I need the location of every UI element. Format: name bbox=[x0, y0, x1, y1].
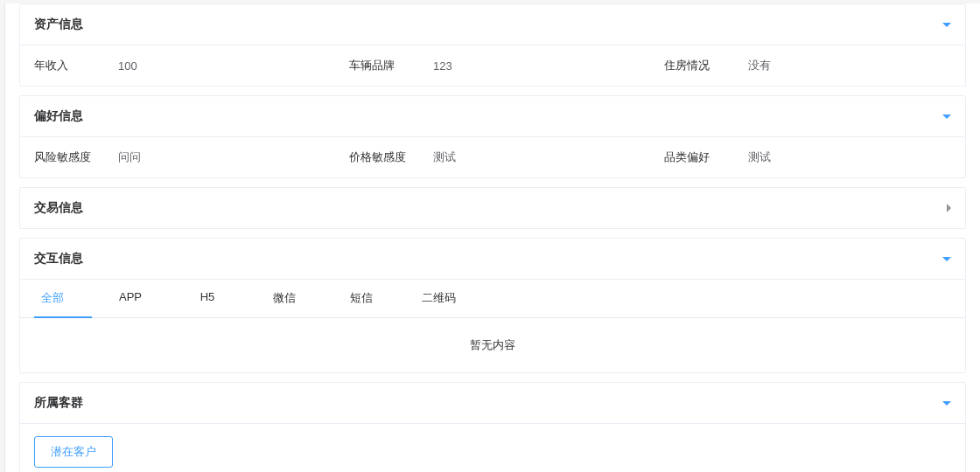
chevron-down-icon bbox=[942, 257, 951, 261]
annual-income-cell: 年收入 100 bbox=[20, 45, 335, 86]
risk-value: 问问 bbox=[118, 149, 141, 165]
interaction-empty-text: 暂无内容 bbox=[20, 318, 965, 372]
page-container: 资产信息 年收入 100 车辆品牌 123 住房情况 没有 偏好信息 bbox=[4, 3, 980, 472]
transaction-info-card: 交易信息 bbox=[19, 187, 966, 229]
preference-info-title: 偏好信息 bbox=[34, 108, 83, 124]
price-value: 测试 bbox=[433, 149, 456, 165]
segment-card: 所属客群 潜在客户 bbox=[19, 382, 966, 472]
vehicle-brand-value: 123 bbox=[433, 59, 452, 73]
vehicle-brand-label: 车辆品牌 bbox=[349, 58, 433, 73]
housing-value: 没有 bbox=[748, 58, 771, 73]
segment-tag-potential[interactable]: 潜在客户 bbox=[34, 436, 113, 468]
price-cell: 价格敏感度 测试 bbox=[335, 137, 650, 177]
chevron-right-icon bbox=[947, 204, 951, 212]
preference-info-card: 偏好信息 风险敏感度 问问 价格敏感度 测试 品类偏好 测试 bbox=[19, 95, 966, 178]
chevron-down-icon bbox=[942, 401, 951, 406]
risk-cell: 风险敏感度 问问 bbox=[20, 137, 335, 177]
tab-app[interactable]: APP bbox=[92, 280, 169, 318]
risk-label: 风险敏感度 bbox=[34, 149, 118, 165]
interaction-info-header[interactable]: 交互信息 bbox=[20, 239, 965, 280]
chevron-down-icon bbox=[942, 23, 951, 27]
tab-qr[interactable]: 二维码 bbox=[400, 280, 477, 318]
interaction-tabs: 全部 APP H5 微信 短信 二维码 bbox=[20, 280, 965, 318]
housing-label: 住房情况 bbox=[664, 58, 748, 73]
tab-h5[interactable]: H5 bbox=[169, 280, 246, 318]
tab-all[interactable]: 全部 bbox=[34, 280, 92, 318]
annual-income-label: 年收入 bbox=[34, 58, 118, 73]
preference-info-header[interactable]: 偏好信息 bbox=[20, 96, 965, 137]
category-value: 测试 bbox=[748, 149, 771, 165]
price-label: 价格敏感度 bbox=[349, 149, 433, 165]
vehicle-brand-cell: 车辆品牌 123 bbox=[335, 45, 650, 86]
category-cell: 品类偏好 测试 bbox=[650, 137, 965, 177]
segment-tag-area: 潜在客户 bbox=[20, 424, 965, 472]
housing-cell: 住房情况 没有 bbox=[650, 45, 965, 86]
transaction-info-header[interactable]: 交易信息 bbox=[20, 188, 965, 228]
segment-header[interactable]: 所属客群 bbox=[20, 383, 965, 424]
asset-info-card: 资产信息 年收入 100 车辆品牌 123 住房情况 没有 bbox=[19, 3, 966, 87]
annual-income-value: 100 bbox=[118, 59, 137, 73]
chevron-down-icon bbox=[942, 115, 951, 119]
tab-sms[interactable]: 短信 bbox=[323, 280, 400, 318]
tab-wechat[interactable]: 微信 bbox=[246, 280, 323, 318]
asset-info-header[interactable]: 资产信息 bbox=[20, 4, 965, 45]
category-label: 品类偏好 bbox=[664, 149, 748, 165]
interaction-info-card: 交互信息 全部 APP H5 微信 短信 二维码 暂无内容 bbox=[19, 238, 966, 373]
asset-info-title: 资产信息 bbox=[34, 17, 83, 32]
preference-info-row: 风险敏感度 问问 价格敏感度 测试 品类偏好 测试 bbox=[20, 137, 965, 177]
segment-title: 所属客群 bbox=[34, 395, 83, 411]
asset-info-row: 年收入 100 车辆品牌 123 住房情况 没有 bbox=[20, 45, 965, 86]
transaction-info-title: 交易信息 bbox=[34, 200, 83, 216]
interaction-info-title: 交互信息 bbox=[34, 251, 83, 267]
